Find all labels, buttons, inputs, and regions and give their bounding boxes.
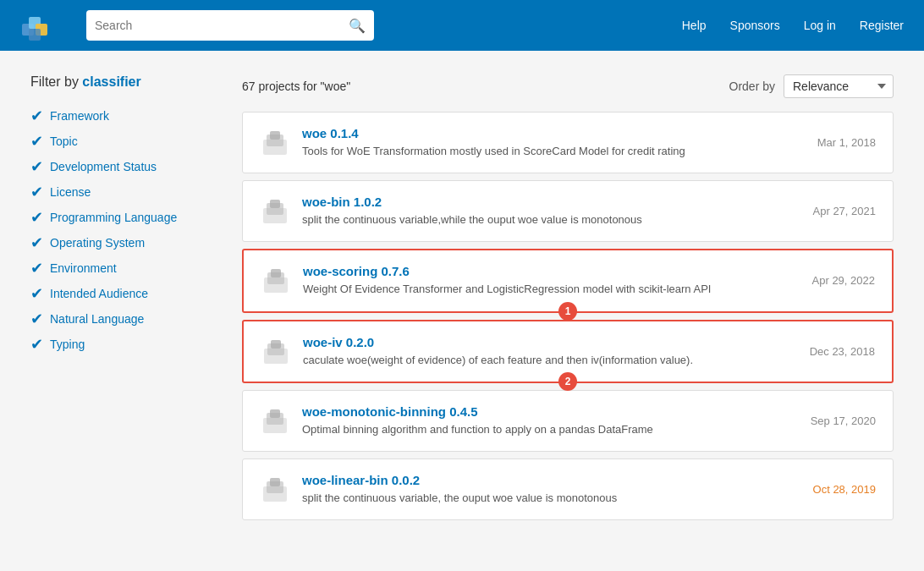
package-card[interactable]: woe-monotonic-binning 0.4.5Optimal binni… — [242, 390, 894, 452]
svg-rect-18 — [270, 409, 280, 418]
results-count: 67 projects for "woe" — [242, 80, 350, 93]
package-icon — [260, 475, 290, 505]
svg-rect-3 — [29, 29, 41, 41]
search-box[interactable]: woe 🔍 — [86, 10, 374, 41]
package-info: woe-scoring 0.7.6Weight Of Evidence Tran… — [303, 264, 800, 297]
order-by-select[interactable]: Relevance Date Name Downloads — [784, 74, 894, 98]
package-card[interactable]: woe-bin 1.0.2split the continuous variab… — [242, 180, 894, 242]
sidebar-item-label: Environment — [50, 261, 117, 275]
package-date: Sep 17, 2020 — [811, 415, 876, 427]
package-name[interactable]: woe-monotonic-binning 0.4.5 — [302, 404, 799, 419]
nav-login[interactable]: Log in — [804, 19, 836, 32]
package-card[interactable]: woe-linear-bin 0.0.2split the continuous… — [242, 458, 894, 520]
package-icon — [261, 337, 291, 367]
sidebar-item-label: Topic — [50, 135, 78, 148]
header-nav: Help Sponsors Log in Register — [682, 19, 904, 32]
package-description: Weight Of Evidence Transformer and Logis… — [303, 283, 711, 295]
package-info: woe-monotonic-binning 0.4.5Optimal binni… — [302, 404, 799, 437]
package-description: caculate woe(weight of evidence) of each… — [303, 354, 693, 366]
package-name[interactable]: woe 0.1.4 — [302, 126, 806, 140]
package-card[interactable]: woe-scoring 0.7.6Weight Of Evidence Tran… — [242, 249, 894, 312]
classifier-link[interactable]: classifier — [82, 74, 140, 89]
package-card[interactable]: woe-iv 0.2.0caculate woe(weight of evide… — [242, 320, 894, 383]
package-description: Tools for WoE Transformation mostly used… — [302, 145, 685, 157]
badge-number: 2 — [558, 372, 577, 391]
package-card[interactable]: woe 0.1.4Tools for WoE Transformation mo… — [242, 112, 894, 173]
search-icon[interactable]: 🔍 — [349, 18, 366, 34]
chevron-down-icon: ✔ — [30, 159, 43, 174]
package-date: Mar 1, 2018 — [817, 136, 876, 149]
sidebar-item-programming-language[interactable]: ✔ Programming Language — [30, 205, 217, 230]
sidebar-item-typing[interactable]: ✔ Typing — [30, 332, 217, 357]
order-by-label: Order by — [729, 80, 775, 93]
sidebar-item-operating-system[interactable]: ✔ Operating System — [30, 230, 217, 255]
sidebar-title: Filter by classifier — [30, 74, 217, 90]
package-icon — [260, 128, 290, 158]
package-date: Dec 23, 2018 — [810, 345, 875, 358]
sidebar-item-label: Typing — [50, 338, 85, 351]
package-icon — [260, 196, 290, 227]
package-date: Oct 28, 2019 — [813, 483, 876, 496]
package-info: woe-bin 1.0.2split the continuous variab… — [302, 195, 801, 228]
sidebar-item-development-status[interactable]: ✔ Development Status — [30, 154, 217, 179]
package-list: woe 0.1.4Tools for WoE Transformation mo… — [242, 112, 894, 527]
sidebar-item-natural-language[interactable]: ✔ Natural Language — [30, 306, 217, 332]
svg-rect-12 — [271, 269, 281, 277]
sidebar-item-topic[interactable]: ✔ Topic — [30, 129, 217, 154]
sidebar-item-label: Development Status — [50, 160, 157, 173]
logo[interactable] — [20, 8, 61, 42]
svg-rect-21 — [270, 478, 280, 486]
package-name[interactable]: woe-bin 1.0.2 — [302, 195, 801, 209]
package-date: Apr 29, 2022 — [812, 274, 875, 287]
sidebar-item-intended-audience[interactable]: ✔ Intended Audience — [30, 281, 217, 306]
nav-sponsors[interactable]: Sponsors — [730, 19, 780, 32]
nav-help[interactable]: Help — [682, 19, 707, 32]
order-by-container: Order by Relevance Date Name Downloads — [729, 74, 894, 98]
content-header: 67 projects for "woe" Order by Relevance… — [242, 74, 894, 98]
chevron-down-icon: ✔ — [30, 337, 43, 352]
sidebar-item-label: Natural Language — [50, 312, 144, 326]
badge-number: 1 — [558, 302, 577, 321]
sidebar-item-label: Framework — [50, 109, 109, 123]
sidebar: Filter by classifier ✔ Framework ✔ Topic… — [30, 74, 217, 527]
svg-rect-9 — [270, 200, 280, 208]
chevron-down-icon: ✔ — [30, 184, 43, 200]
chevron-down-icon: ✔ — [30, 235, 43, 250]
nav-register[interactable]: Register — [860, 19, 904, 32]
sidebar-item-label: License — [50, 185, 91, 199]
package-name[interactable]: woe-scoring 0.7.6 — [303, 264, 800, 278]
package-icon — [261, 266, 291, 296]
sidebar-item-label: Operating System — [50, 236, 145, 250]
sidebar-item-label: Intended Audience — [50, 287, 148, 300]
sidebar-item-environment[interactable]: ✔ Environment — [30, 255, 217, 281]
package-name[interactable]: woe-linear-bin 0.0.2 — [302, 473, 801, 487]
search-input[interactable]: woe — [95, 19, 349, 32]
chevron-down-icon: ✔ — [30, 261, 43, 276]
sidebar-item-license[interactable]: ✔ License — [30, 179, 217, 205]
package-name[interactable]: woe-iv 0.2.0 — [303, 335, 798, 349]
main-container: Filter by classifier ✔ Framework ✔ Topic… — [14, 51, 910, 551]
svg-rect-15 — [271, 340, 281, 349]
chevron-down-icon: ✔ — [30, 286, 43, 301]
package-description: Optimal binning algorithm and function t… — [302, 423, 653, 436]
chevron-down-icon: ✔ — [30, 108, 43, 124]
chevron-down-icon: ✔ — [30, 210, 43, 225]
package-icon — [260, 406, 290, 436]
sidebar-item-label: Programming Language — [50, 211, 177, 224]
content-area: 67 projects for "woe" Order by Relevance… — [242, 74, 894, 527]
svg-rect-6 — [270, 131, 280, 140]
package-info: woe-iv 0.2.0caculate woe(weight of evide… — [303, 335, 798, 368]
package-info: woe 0.1.4Tools for WoE Transformation mo… — [302, 126, 806, 159]
chevron-down-icon: ✔ — [30, 311, 43, 327]
package-description: split the continuous variable, the ouput… — [302, 491, 617, 504]
package-info: woe-linear-bin 0.0.2split the continuous… — [302, 473, 801, 506]
sidebar-item-framework[interactable]: ✔ Framework — [30, 103, 217, 129]
chevron-down-icon: ✔ — [30, 134, 43, 149]
package-date: Apr 27, 2021 — [813, 205, 876, 217]
header: woe 🔍 Help Sponsors Log in Register — [0, 0, 924, 51]
package-description: split the continuous variable,while the … — [302, 213, 642, 226]
